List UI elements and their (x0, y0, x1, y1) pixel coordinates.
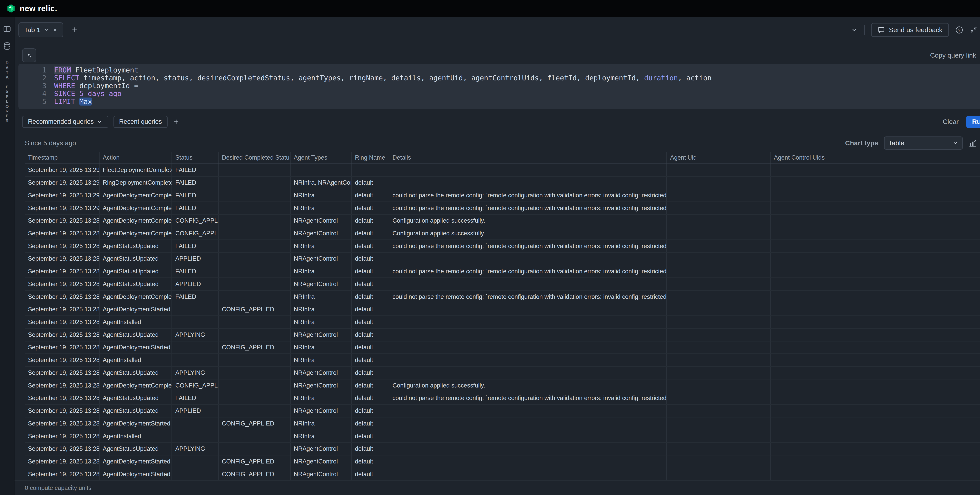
add-query-tab-icon[interactable] (173, 118, 180, 125)
copy-query-link-button[interactable]: Copy query link (930, 51, 976, 59)
code-line[interactable]: 2SELECT timestamp, action, status, desir… (18, 74, 980, 82)
table-row[interactable]: September 19, 2025 13:29:07AgentDeployme… (25, 189, 980, 202)
table-row[interactable]: September 19, 2025 13:28:17AgentDeployme… (25, 468, 980, 480)
table-cell: default (352, 379, 389, 392)
home-link[interactable]: new relic. (6, 4, 57, 13)
table-row[interactable]: September 19, 2025 13:29:05AgentDeployme… (25, 201, 980, 214)
recent-queries-button[interactable]: Recent queries (113, 116, 167, 128)
run-button[interactable]: Run (966, 116, 980, 128)
send-feedback-button[interactable]: Send us feedback (871, 23, 949, 37)
table-cell: AgentStatusUpdated (99, 392, 172, 405)
table-row[interactable]: September 19, 2025 13:28:37AgentDeployme… (25, 379, 980, 392)
table-cell: could not parse the remote config: `remo… (389, 201, 667, 214)
column-header[interactable]: Status (172, 152, 218, 164)
table-row[interactable]: September 19, 2025 13:28:45AgentInstalle… (25, 354, 980, 366)
code-line[interactable]: 1FROM FleetDeployment (18, 66, 980, 74)
collapse-view-icon[interactable] (970, 26, 977, 34)
column-header[interactable]: Details (389, 152, 667, 164)
table-cell: default (352, 265, 389, 278)
table-row[interactable]: September 19, 2025 13:28:51AgentStatusUp… (25, 265, 980, 278)
recommended-queries-button[interactable]: Recommended queries (22, 116, 108, 128)
table-cell: FAILED (172, 290, 218, 303)
table-cell (667, 278, 770, 290)
table-cell (218, 379, 290, 392)
table-cell: AgentDeploymentCompleted (99, 201, 172, 214)
chart-type-select[interactable]: Table (884, 136, 963, 150)
ai-query-wand-icon[interactable] (22, 48, 36, 62)
table-cell (667, 443, 770, 455)
table-cell: Configuration applied successfully. (389, 379, 667, 392)
table-row[interactable]: September 19, 2025 13:28:57AgentDeployme… (25, 227, 980, 240)
table-cell (770, 379, 980, 392)
table-row[interactable]: September 19, 2025 13:28:45AgentDeployme… (25, 341, 980, 354)
collapse-sidebar-icon[interactable] (3, 25, 11, 33)
nrql-query-editor[interactable]: 1FROM FleetDeployment2SELECT timestamp, … (18, 63, 980, 109)
table-row[interactable]: September 19, 2025 13:28:48AgentDeployme… (25, 290, 980, 303)
table-cell (172, 468, 218, 480)
table-cell (770, 278, 980, 290)
table-cell (218, 328, 290, 341)
table-cell (218, 278, 290, 290)
table-cell: Configuration applied successfully. (389, 227, 667, 240)
column-header[interactable]: Action (99, 152, 172, 164)
table-cell: CONFIG_APPLIED (172, 214, 218, 227)
table-cell (770, 405, 980, 417)
database-icon[interactable] (3, 42, 11, 50)
table-cell: CONFIG_APPLIED (218, 417, 290, 430)
code-line[interactable]: 3WHERE deploymentId = (18, 82, 980, 90)
column-header[interactable]: Timestamp (25, 152, 99, 164)
code-line[interactable]: 4SINCE 5 days ago (18, 90, 980, 97)
table-cell: September 19, 2025 13:28:45 (25, 366, 99, 379)
column-header[interactable]: Desired Completed Status (218, 152, 290, 164)
table-row[interactable]: September 19, 2025 13:28:28AgentInstalle… (25, 430, 980, 443)
table-cell: September 19, 2025 13:28:37 (25, 379, 99, 392)
table-cell: FleetDeploymentCompleted (99, 164, 172, 176)
query-toolbar: Recommended queries Recent queries Clear… (18, 116, 980, 128)
tab-1[interactable]: Tab 1 (18, 22, 63, 37)
table-row[interactable]: September 19, 2025 13:28:34AgentStatusUp… (25, 392, 980, 405)
column-header[interactable]: Agent Types (290, 152, 352, 164)
table-cell: NRAgentControl (290, 252, 352, 265)
table-cell (218, 354, 290, 366)
new-tab-button[interactable] (71, 26, 79, 34)
table-cell (389, 278, 667, 290)
table-row[interactable]: September 19, 2025 13:29:17RingDeploymen… (25, 176, 980, 189)
tabs-dropdown-icon[interactable] (851, 27, 858, 33)
table-cell (389, 316, 667, 328)
time-range-label: Since 5 days ago (25, 139, 76, 147)
table-cell: September 19, 2025 13:28:51 (25, 265, 99, 278)
add-to-dashboard-icon[interactable] (969, 139, 977, 147)
table-cell (770, 417, 980, 430)
column-header[interactable]: Agent Uid (667, 152, 770, 164)
tab-close-icon[interactable] (52, 27, 57, 32)
table-row[interactable]: September 19, 2025 13:28:28AgentStatusUp… (25, 443, 980, 455)
code-line[interactable]: 5LIMIT Max (18, 98, 980, 106)
tab-chevron-down-icon[interactable] (44, 27, 49, 33)
table-row[interactable]: September 19, 2025 13:28:28AgentDeployme… (25, 417, 980, 430)
table-row[interactable]: September 19, 2025 13:28:53AgentStatusUp… (25, 252, 980, 265)
table-row[interactable]: September 19, 2025 13:28:47AgentStatusUp… (25, 328, 980, 341)
help-icon[interactable]: ? (955, 26, 963, 34)
table-cell: FAILED (172, 265, 218, 278)
table-row[interactable]: September 19, 2025 13:28:45AgentStatusUp… (25, 366, 980, 379)
table-cell: NRAgentControl (290, 278, 352, 290)
table-cell: default (352, 303, 389, 316)
table-row[interactable]: September 19, 2025 13:28:53AgentStatusUp… (25, 240, 980, 252)
table-row[interactable]: September 19, 2025 13:28:47AgentInstalle… (25, 316, 980, 328)
table-cell (667, 405, 770, 417)
table-cell: default (352, 227, 389, 240)
table-row[interactable]: September 19, 2025 13:29:17FleetDeployme… (25, 164, 980, 176)
table-cell: AgentDeploymentCompleted (99, 227, 172, 240)
table-row[interactable]: September 19, 2025 13:28:57AgentDeployme… (25, 214, 980, 227)
table-row[interactable]: September 19, 2025 13:28:51AgentStatusUp… (25, 278, 980, 290)
table-row[interactable]: September 19, 2025 13:28:34AgentStatusUp… (25, 405, 980, 417)
table-row[interactable]: September 19, 2025 13:28:17AgentDeployme… (25, 455, 980, 468)
table-cell: NRAgentControl (290, 405, 352, 417)
column-header[interactable]: Ring Name (352, 152, 389, 164)
column-header[interactable]: Agent Control Uids (770, 152, 980, 164)
table-cell: FAILED (172, 176, 218, 189)
table-cell: September 19, 2025 13:29:07 (25, 189, 99, 202)
table-row[interactable]: September 19, 2025 13:28:47AgentDeployme… (25, 303, 980, 316)
table-cell: September 19, 2025 13:29:17 (25, 164, 99, 176)
clear-button[interactable]: Clear (943, 118, 959, 125)
